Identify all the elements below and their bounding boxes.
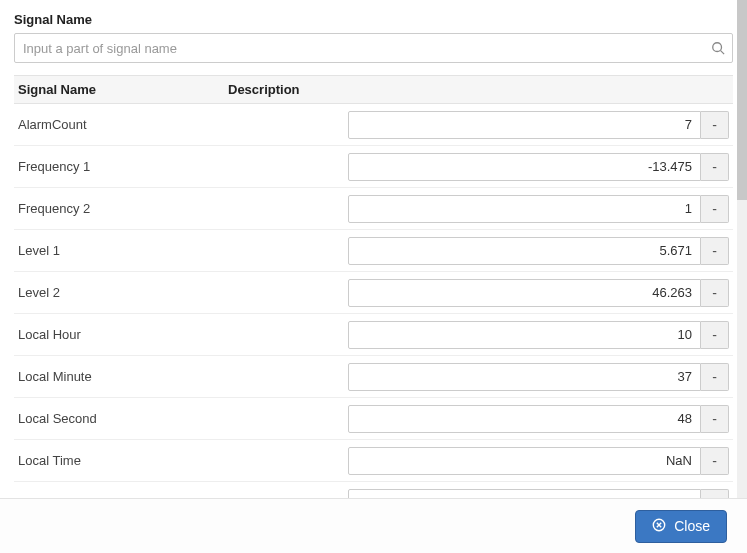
close-button-label: Close xyxy=(674,518,710,534)
value-group: - xyxy=(348,321,729,349)
value-group: - xyxy=(348,237,729,265)
svg-point-0 xyxy=(713,43,722,52)
value-group: - xyxy=(348,111,729,139)
table-row: Local Minute- xyxy=(14,356,733,398)
row-action-button[interactable]: - xyxy=(701,111,729,139)
svg-line-1 xyxy=(721,51,725,55)
signal-name-cell: Local Minute xyxy=(18,369,348,384)
table-row: Level 1- xyxy=(14,230,733,272)
value-input[interactable] xyxy=(348,237,701,265)
value-input[interactable] xyxy=(348,321,701,349)
search-input[interactable] xyxy=(14,33,733,63)
dialog-root: Signal Name Signal Name Description Alar… xyxy=(0,0,747,553)
row-action-button[interactable]: - xyxy=(701,237,729,265)
scrollbar-thumb[interactable] xyxy=(737,0,747,200)
value-group: - xyxy=(348,153,729,181)
scrollbar-track[interactable] xyxy=(737,0,747,498)
row-action-button[interactable]: - xyxy=(701,447,729,475)
row-action-button[interactable]: - xyxy=(701,363,729,391)
column-header-description: Description xyxy=(228,82,729,97)
value-group: - xyxy=(348,489,729,499)
dialog-footer: Close xyxy=(0,498,747,553)
content-scroll[interactable]: Signal Name Signal Name Description Alar… xyxy=(0,0,737,498)
search-icon xyxy=(711,41,725,55)
table-body: AlarmCount-Frequency 1-Frequency 2-Level… xyxy=(14,104,733,498)
value-input[interactable] xyxy=(348,447,701,475)
column-header-name: Signal Name xyxy=(18,82,228,97)
signal-name-cell: Local Time xyxy=(18,453,348,468)
value-group: - xyxy=(348,405,729,433)
signal-name-cell: Local Hour xyxy=(18,327,348,342)
value-group: - xyxy=(348,363,729,391)
value-input[interactable] xyxy=(348,405,701,433)
signal-name-cell: Level 1 xyxy=(18,243,348,258)
value-input[interactable] xyxy=(348,363,701,391)
value-group: - xyxy=(348,195,729,223)
signal-name-cell: Local Second xyxy=(18,411,348,426)
value-input[interactable] xyxy=(348,111,701,139)
row-action-button[interactable]: - xyxy=(701,489,729,499)
row-action-button[interactable]: - xyxy=(701,279,729,307)
search-wrap xyxy=(14,33,733,63)
close-icon xyxy=(652,518,666,535)
value-input[interactable] xyxy=(348,153,701,181)
table-row: AlarmCount- xyxy=(14,104,733,146)
signal-name-cell: Frequency 2 xyxy=(18,201,348,216)
section-label: Signal Name xyxy=(14,12,733,27)
signal-name-cell: AlarmCount xyxy=(18,117,348,132)
row-action-button[interactable]: - xyxy=(701,195,729,223)
table-row: Local Time- xyxy=(14,440,733,482)
table-row: Level 2- xyxy=(14,272,733,314)
table-row: Local Hour- xyxy=(14,314,733,356)
table-row: Local Second- xyxy=(14,398,733,440)
signal-name-cell: Level 2 xyxy=(18,285,348,300)
row-action-button[interactable]: - xyxy=(701,321,729,349)
signal-name-cell: Frequency 1 xyxy=(18,159,348,174)
table-row: Frequency 2- xyxy=(14,188,733,230)
value-input[interactable] xyxy=(348,279,701,307)
value-input[interactable] xyxy=(348,195,701,223)
table-row: Frequency 1- xyxy=(14,146,733,188)
value-input[interactable] xyxy=(348,489,701,499)
value-group: - xyxy=(348,447,729,475)
row-action-button[interactable]: - xyxy=(701,405,729,433)
table-header: Signal Name Description xyxy=(14,75,733,104)
table-row: MachineOP- xyxy=(14,482,733,498)
row-action-button[interactable]: - xyxy=(701,153,729,181)
value-group: - xyxy=(348,279,729,307)
close-button[interactable]: Close xyxy=(635,510,727,543)
